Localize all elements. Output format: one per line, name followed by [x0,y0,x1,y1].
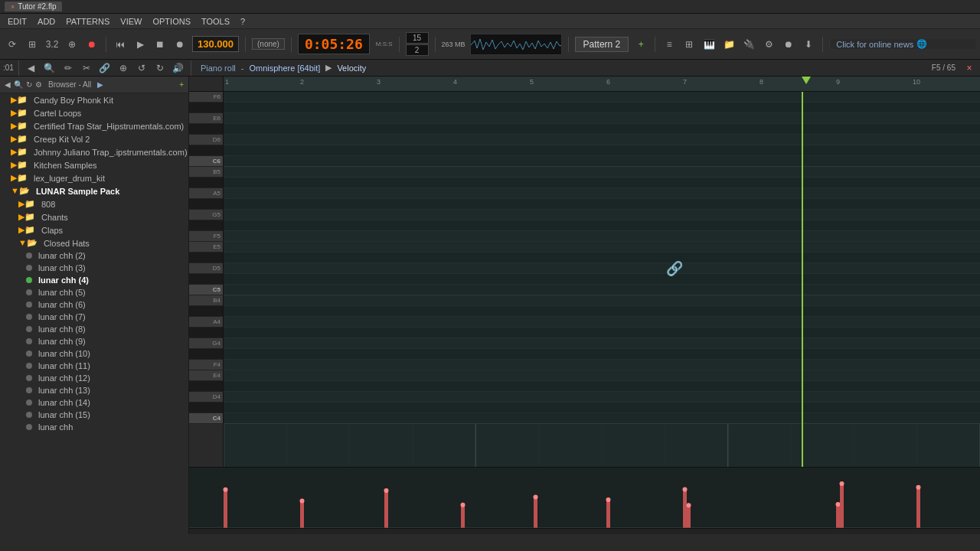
sub-tool-9[interactable]: 🔊 [171,60,186,76]
piano-key[interactable]: D4 [189,392,223,403]
piano-key[interactable] [189,274,223,285]
list-item[interactable]: ▶📁Johnny Juliano Trap_.ipstrumentals.com… [0,145,188,158]
menu-help[interactable]: ? [236,16,250,27]
piano-roll-timeline[interactable]: 123456789101112 [189,77,980,92]
piano-key[interactable] [189,199,223,210]
menu-add[interactable]: ADD [33,16,60,27]
browser-settings[interactable]: ⚙ [35,80,42,89]
piano-key[interactable]: A5 [189,188,223,199]
notes-grid[interactable]: C6C6C6C6G5G5G5F5F5F5C5C5C5C5 🔗 [224,92,980,467]
menu-view[interactable]: VIEW [116,16,146,27]
piano-key[interactable] [189,124,223,135]
list-item[interactable]: lunar chh (7) [0,311,188,323]
list-item[interactable]: lunar chh [0,421,188,433]
play-button[interactable]: ▶ [132,37,148,52]
notes-area-wrapper[interactable]: F6E6D6C6B5A5G5F5E5D5C5B4A4G4F4E4D4C4 C6C… [189,92,980,467]
piano-key[interactable]: E5 [189,242,223,253]
transport-tool-2[interactable]: ⊞ [24,37,40,52]
download-icon[interactable]: ⬇ [801,37,816,52]
list-item[interactable]: ▼📂LUNAR Sample Pack [0,184,188,197]
piano-key[interactable] [189,306,223,317]
list-item[interactable]: ▶📁Creep Kit Vol 2 [0,132,188,145]
bpm-display[interactable]: 130.000 [192,36,239,52]
piano-key[interactable] [189,328,223,338]
piano-key[interactable] [189,253,223,263]
list-item[interactable]: lunar chh (14) [0,396,188,409]
browser-refresh[interactable]: ↻ [26,80,32,89]
menu-tools[interactable]: TOOLS [197,16,234,27]
piano-key[interactable]: G5 [189,210,223,220]
piano-key[interactable]: F5 [189,231,223,242]
piano-key[interactable]: F6 [189,92,223,103]
online-news-banner[interactable]: Click for online news 🌐 [829,39,975,49]
none-dropdown[interactable]: (none) [252,38,285,50]
record-button[interactable]: ⏺ [172,37,188,52]
menu-options[interactable]: OPTIONS [148,16,195,27]
record2-icon[interactable]: ⏺ [781,37,796,52]
piano-key[interactable]: F4 [189,360,223,370]
piano-key[interactable]: D5 [189,263,223,274]
list-item[interactable]: ▶📁lex_luger_drum_kit [0,171,188,184]
list-item[interactable]: lunar chh (13) [0,384,188,396]
piano-key[interactable] [189,349,223,360]
piano-roll-plugin[interactable]: Omnisphere [64bit] [249,64,320,73]
pattern-display[interactable]: Pattern 2 [575,37,629,52]
browser-back[interactable]: ◀ [5,80,11,89]
counter-top[interactable]: 15 [406,32,429,44]
piano-roll-icon[interactable]: 🎹 [701,37,717,52]
piano-key[interactable]: E6 [189,113,223,124]
browser-search-icon[interactable]: 🔍 [14,80,23,89]
menu-edit[interactable]: EDIT [3,16,31,27]
piano-key[interactable]: G4 [189,338,223,349]
mixer-icon[interactable]: ≡ [662,37,677,52]
close-piano-roll[interactable]: × [962,60,977,76]
browser-icon[interactable]: 📁 [721,37,737,52]
piano-key[interactable]: C4 [189,413,223,424]
list-item[interactable]: lunar chh (6) [0,298,188,311]
sub-tool-2[interactable]: 🔍 [42,60,57,76]
transport-tool-4[interactable]: ⊕ [64,37,80,52]
sub-tool-3[interactable]: ✏ [60,60,76,76]
piano-key[interactable]: C6 [189,156,223,167]
piano-key[interactable]: B5 [189,167,223,178]
list-item[interactable]: ▶📁Cartel Loops [0,106,188,119]
sub-tool-1[interactable]: ◀ [24,60,39,76]
piano-key[interactable]: C5 [189,285,223,295]
piano-key[interactable] [189,103,223,113]
list-item[interactable]: lunar chh (12) [0,372,188,384]
list-item[interactable]: lunar chh (2) [0,249,188,262]
plugin-icon[interactable]: 🔌 [741,37,756,52]
stop-button[interactable]: ⏹ [152,37,168,52]
transport-tool-1[interactable]: ⟳ [5,37,20,52]
transport-tool-5[interactable]: ⏺ [84,37,100,52]
title-tab-close[interactable]: × [11,3,15,11]
pattern-add[interactable]: + [633,37,648,52]
piano-key[interactable]: A4 [189,317,223,328]
piano-keys[interactable]: F6E6D6C6B5A5G5F5E5D5C5B4A4G4F4E4D4C4 [189,92,224,467]
piano-key[interactable]: E4 [189,370,223,381]
piano-key[interactable] [189,220,223,231]
piano-key[interactable] [189,145,223,156]
piano-key[interactable]: D6 [189,135,223,145]
piano-key[interactable]: B4 [189,295,223,306]
piano-roll-section[interactable]: Velocity [337,64,366,73]
list-item[interactable]: ▼📂Closed Hats [0,236,188,249]
menu-patterns[interactable]: PATTERNS [61,16,114,27]
transport-tool-3[interactable]: 3.2 [44,37,60,52]
list-item[interactable]: lunar chh (9) [0,335,188,347]
piano-key[interactable] [189,381,223,392]
list-item[interactable]: lunar chh (15) [0,409,188,421]
list-item[interactable]: ▶📁Chants [0,210,188,223]
sub-tool-7[interactable]: ↺ [134,60,149,76]
list-item[interactable]: ▶📁Claps [0,223,188,236]
list-item[interactable]: ▶📁Kitchen Samples [0,158,188,171]
channel-rack-icon[interactable]: ⊞ [681,37,697,52]
sub-tool-4[interactable]: ✂ [79,60,94,76]
browser-add[interactable]: + [179,80,184,89]
piano-key[interactable] [189,178,223,188]
list-item[interactable]: lunar chh (11) [0,360,188,372]
rewind-button[interactable]: ⏮ [113,37,128,52]
title-tab[interactable]: × Tutor #2.flp [5,2,62,11]
list-item[interactable]: lunar chh (5) [0,286,188,298]
list-item[interactable]: ▶📁Certified Trap Star_Hipstrumentals.com… [0,119,188,132]
